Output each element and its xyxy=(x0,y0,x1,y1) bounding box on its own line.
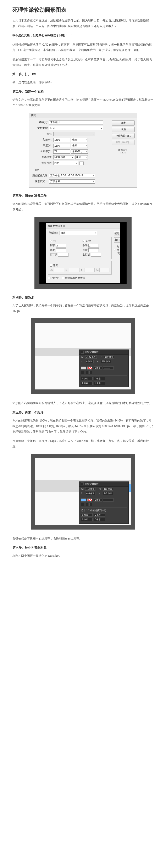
columns-checkbox[interactable]: ✓ xyxy=(50,240,52,242)
row-number-input[interactable] xyxy=(88,244,99,247)
shape-icon xyxy=(81,483,84,486)
corner-bl[interactable]: 0 像素 xyxy=(81,518,92,521)
page-title: 死理性派较劲圆形图表 xyxy=(12,6,154,13)
corner-tl[interactable]: 0 像素 xyxy=(81,377,92,380)
align-icon[interactable] xyxy=(85,503,88,506)
h-value[interactable]: 160 像素 xyxy=(104,355,114,359)
chevron-down-icon: ▾ xyxy=(76,162,77,164)
name-field[interactable]: 未标题-1 xyxy=(49,120,103,124)
x-value[interactable]: 443 像素 xyxy=(85,492,95,495)
margin-checkbox[interactable] xyxy=(50,264,52,267)
step2-text: 矩形文档，长宽都是你所需要的图表尺寸的二倍，比如我现在需要一个 800×800 … xyxy=(12,97,154,108)
bg-color-swatch[interactable] xyxy=(80,161,84,165)
delete-preset-button: 删除预设(D)... xyxy=(112,140,135,145)
profile-select[interactable]: 工作中的 RGB: sRGB IEC619...▾ xyxy=(49,174,95,178)
y-value[interactable]: 720 像素 xyxy=(101,360,111,363)
properties-panel: 路径实时属性 W:1600 像素 H:160 像素 X:0 像素 Y:720 像… xyxy=(79,349,129,388)
bg-select[interactable]: 白色▾ xyxy=(53,161,78,165)
ok-button[interactable]: 确定 xyxy=(114,231,120,236)
height-label: 高度(H): xyxy=(40,144,52,147)
dialog-title: 新建参考线版面 xyxy=(46,223,120,229)
height-input[interactable] xyxy=(53,144,70,148)
step5-heading: 第五步、再来一个矩形 xyxy=(12,410,154,414)
shape-icon xyxy=(81,351,84,354)
rows-label: 行数 xyxy=(86,239,91,243)
canvas: 新建参考线版面 预设(S): 自定▾ ✓列 数字 宽度 xyxy=(39,222,127,284)
height-label: 高度 xyxy=(83,248,88,252)
chevron-down-icon: ▾ xyxy=(93,181,94,183)
clear-checkbox[interactable] xyxy=(62,277,64,279)
stroke-swatch[interactable] xyxy=(87,367,92,369)
x-value[interactable]: 0 像素 xyxy=(85,360,93,363)
corner-tl[interactable]: 0 像素 xyxy=(81,513,92,517)
stroke-style[interactable]: ——— xyxy=(103,498,114,502)
align-icon[interactable] xyxy=(89,371,92,374)
step5-p1: 刚才的矩形表示的是 100%，现在我们要画一个表示数据的矩形。我们的数据是 44… xyxy=(12,418,154,434)
link-corners-note: 将各个半径值链接到一起 xyxy=(81,509,106,512)
center-checkbox[interactable] xyxy=(48,277,50,279)
mode-label: 颜色模式: xyxy=(40,155,52,159)
columns-label: 列 xyxy=(53,239,55,243)
corner-br[interactable]: 0 像素 xyxy=(94,381,105,385)
aspect-label: 像素长宽比: xyxy=(31,180,48,183)
width-unit-select[interactable]: 像素▾ xyxy=(71,138,88,142)
chevron-down-icon: ▾ xyxy=(86,139,87,141)
mode-select[interactable]: RGB 颜色▾ xyxy=(53,155,74,159)
resolution-unit-select[interactable]: 像素/英寸▾ xyxy=(71,150,88,154)
y-value[interactable]: 745 像素 xyxy=(103,492,113,495)
col-gutter-input[interactable] xyxy=(58,253,69,257)
w-value[interactable]: 1600 像素 xyxy=(85,355,97,359)
stroke-swatch[interactable] xyxy=(87,499,92,501)
fill-swatch[interactable] xyxy=(81,499,86,501)
aspect-select[interactable]: 方形像素▾ xyxy=(49,179,95,184)
rows-checkbox[interactable]: ✓ xyxy=(83,240,85,242)
step4-after-text: 矩形的左右两端和画布的两端对齐，下边正好在中心线上。这点要注意，只有这样我们才好… xyxy=(12,400,154,406)
corner-tr[interactable]: 0 像素 xyxy=(94,513,105,517)
fill-swatch[interactable] xyxy=(81,367,86,369)
save-preset-button[interactable]: 存储预设(S)... xyxy=(112,133,135,138)
margin-right-input xyxy=(99,268,110,272)
w-value[interactable]: 714 像素 xyxy=(85,487,95,491)
guides-preset-select[interactable]: 自定▾ xyxy=(59,231,97,235)
mode-bits-select[interactable]: 8 位▾ xyxy=(75,155,88,159)
name-label: 名称(N): xyxy=(31,121,48,124)
align-icon[interactable] xyxy=(81,503,84,506)
resolution-input[interactable] xyxy=(53,150,70,154)
margin-label: 边距 xyxy=(53,264,58,267)
step6-heading: 第六步、转化为智能对象 xyxy=(12,546,154,550)
ok-button[interactable]: 确定 xyxy=(112,120,135,126)
left-label: 左: xyxy=(65,268,68,272)
corner-br[interactable]: 0 像素 xyxy=(94,518,105,521)
preview-checkbox[interactable]: ✓ xyxy=(114,249,116,251)
corner-bl[interactable]: 0 像素 xyxy=(81,381,92,385)
align-icon[interactable] xyxy=(81,371,84,374)
preset-label: 预设(S): xyxy=(48,231,58,235)
width-input[interactable] xyxy=(53,138,70,142)
preview-label: 预览(P) xyxy=(117,245,120,255)
step4-heading: 第四步、做矩形 xyxy=(12,296,154,299)
size-select[interactable]: ▾ xyxy=(53,132,95,136)
center-label: 列居中 xyxy=(51,276,59,280)
align-icon[interactable] xyxy=(89,503,92,506)
col-number-input[interactable] xyxy=(55,244,66,247)
step6-text: 将刚才两个图层一起转化为智能对象。 xyxy=(12,553,154,559)
stroke-width[interactable]: 1 像素 xyxy=(93,498,102,502)
cancel-button[interactable]: 取消 xyxy=(112,127,135,132)
preset-select[interactable]: 自定▾ xyxy=(49,126,103,130)
chevron-down-icon: ▾ xyxy=(93,175,94,177)
stroke-width[interactable]: 1 像素 xyxy=(93,366,102,370)
profile-label: 颜色配置文件: xyxy=(31,174,48,177)
col-width-input[interactable] xyxy=(55,248,66,252)
corner-tr[interactable]: 0 像素 xyxy=(94,377,105,380)
stroke-style[interactable]: ——— xyxy=(103,366,114,370)
step1-text: 额，这句就是废话，你接我哚~ xyxy=(12,80,154,85)
chevron-down-icon: ▾ xyxy=(86,145,87,147)
margin-bottom-input xyxy=(84,268,95,272)
cancel-button[interactable]: 取消 xyxy=(114,237,120,243)
align-icon[interactable] xyxy=(85,371,88,374)
height-unit-select[interactable]: 像素▾ xyxy=(71,144,88,148)
h-value[interactable]: 110 像素 xyxy=(103,487,113,491)
row-height-input[interactable] xyxy=(88,248,99,252)
row-gutter-input[interactable] xyxy=(91,253,101,257)
gutter-label: 装订线 xyxy=(83,253,90,256)
